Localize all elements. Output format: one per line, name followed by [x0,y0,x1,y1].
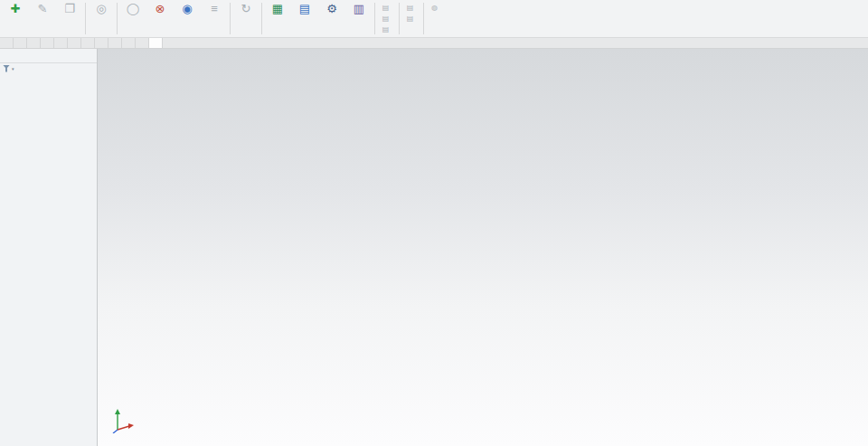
tab-sketch[interactable] [14,38,27,48]
tab-solidworks-cam-tbm[interactable] [136,38,149,48]
export-3d-pdf-icon: ▤ [406,4,414,12]
tab-solidworks-inspection[interactable] [149,38,163,48]
ribbon-button-edit-vendors[interactable]: ▥ [345,0,373,37]
ribbon-button-add-characteristic[interactable]: ◎ [88,0,115,37]
ribbon-separator [85,3,86,34]
edit-inspection-methods-icon: ▤ [297,2,313,16]
ribbon-button-balloon-sequence[interactable]: ≡ [201,0,228,37]
tab-markup[interactable] [54,38,68,48]
export-column-1: ▤▤▤ [377,0,397,37]
net-inspect-icon: ◍ [430,4,439,12]
ribbon-button-add-edit-balloons[interactable]: ◯ [119,0,146,37]
edit-vendors-icon: ▥ [352,2,367,16]
export-excel-icon: ▤ [382,14,390,23]
filter-funnel-icon[interactable] [3,65,10,72]
add-edit-balloons-icon: ◯ [126,2,141,16]
featuremanager-panel: ▾ [0,49,98,446]
ribbon-button-net-inspect[interactable]: ◍ [426,2,446,13]
ribbon-button-export-to-2d-pdf[interactable]: ▤ [377,2,397,13]
edit-operations-icon: ⚙ [325,2,340,16]
ribbon-separator [374,3,375,34]
ribbon-separator [399,3,400,34]
ribbon-separator [423,3,424,34]
graphics-viewport[interactable] [98,49,868,446]
remove-balloons-icon: ⊗ [153,2,168,16]
ribbon-separator [117,3,118,34]
lattice-canopy-model[interactable] [98,49,868,446]
tree-filter-row: ▾ [0,63,97,73]
tab-solidworks-cam[interactable] [122,38,136,48]
add-characteristic-icon: ◎ [94,2,109,16]
ribbon-button-edit-inspection-project[interactable]: ✎ [29,0,56,37]
ribbon-button-create-new-template[interactable]: ❐ [56,0,83,37]
edit-inspection-project-icon: ✎ [35,2,51,16]
launch-template-editor-icon: ▦ [270,2,286,16]
ribbon-button-export-to-3d-pdf[interactable]: ▤ [401,2,421,13]
ribbon-separator [261,3,262,34]
filter-caret-icon[interactable]: ▾ [12,66,14,71]
select-balloons-icon: ◉ [180,2,195,16]
tab-evaluate[interactable] [68,38,81,48]
ribbon-button-select-balloons[interactable]: ◉ [174,0,201,37]
tab-direct-editing[interactable] [41,38,54,48]
ribbon-button-export-edrawing[interactable]: ▤ [401,13,421,24]
export-2d-pdf-icon: ▤ [382,4,390,12]
export-column-3: ◍ [426,0,446,37]
tab-mbd[interactable] [108,38,122,48]
featuremanager-tab-strip [0,49,97,63]
ribbon-button-edit-operations[interactable]: ⚙ [318,0,345,37]
commandmanager-tabbar [0,38,868,49]
feature-tree [0,73,97,74]
inspection-ribbon: ✚✎❐◎◯⊗◉≡↻▦▤⚙▥▤▤▤▤▤◍ [0,0,868,38]
create-new-template-icon: ❐ [62,2,78,16]
ribbon-button-update-inspection-project[interactable]: ↻ [232,0,259,37]
update-inspection-project-icon: ↻ [239,2,254,16]
export-edrawing-icon: ▤ [406,14,414,23]
new-inspection-project-icon: ✚ [8,2,24,16]
tab-surfaces[interactable] [27,38,41,48]
export-swip-icon: ▤ [382,25,390,33]
balloon-sequence-icon: ≡ [207,2,222,16]
ribbon-button-launch-template-editor[interactable]: ▦ [264,0,291,37]
export-column-2: ▤▤ [401,0,421,37]
ribbon-button-export-to-excel[interactable]: ▤ [377,13,397,24]
ribbon-separator [230,3,231,34]
tab-mbd-dimensions[interactable] [81,38,95,48]
tab-features[interactable] [0,38,14,48]
tab-solidworks-add-ins[interactable] [95,38,108,48]
ribbon-button-remove-balloons[interactable]: ⊗ [146,0,174,37]
orientation-triad [110,406,136,433]
ribbon-button-export-to-solidworks-inspection-project[interactable]: ▤ [377,24,397,34]
ribbon-button-new-inspection-project[interactable]: ✚ [2,0,29,37]
ribbon-button-edit-inspection-methods[interactable]: ▤ [291,0,318,37]
